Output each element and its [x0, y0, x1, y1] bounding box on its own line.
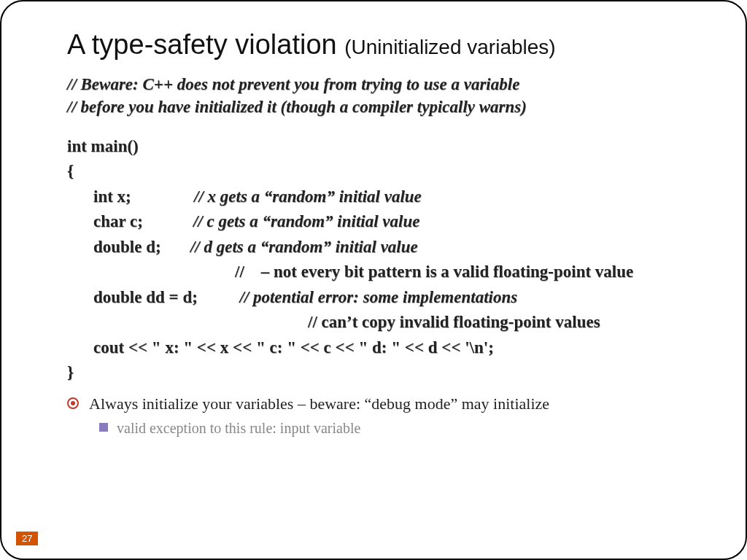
intro-comments: // Beware: C++ does not prevent you from… — [67, 73, 702, 118]
title-sub: (Uninitialized variables) — [344, 36, 555, 58]
code-comment: // – not every bit pattern is a valid fl… — [67, 260, 702, 285]
bullet-text: Always initialize your variables – bewar… — [89, 393, 549, 416]
comment-line: // Beware: C++ does not prevent you from… — [67, 73, 702, 96]
code-line: double dd = d; // potential error: some … — [67, 285, 702, 311]
page-number: 27 — [16, 532, 38, 545]
bullet-list: Always initialize your variables – bewar… — [67, 393, 702, 439]
comment-line: // before you have initialized it (thoug… — [67, 96, 702, 118]
bullet-level2: valid exception to this rule: input vari… — [99, 418, 702, 438]
code-line: int x; // x gets a “random” initial valu… — [67, 184, 702, 210]
code-comment: // can’t copy invalid floating-point val… — [67, 310, 702, 335]
code-line: double d; // d gets a “random” initial v… — [67, 235, 702, 260]
slide-title: A type-safety violation (Uninitialized v… — [67, 28, 702, 63]
slide: A type-safety violation (Uninitialized v… — [0, 0, 747, 560]
code-line: } — [67, 360, 702, 386]
bullet-text: valid exception to this rule: input vari… — [117, 418, 360, 438]
code-block: int main() { int x; // x gets a “random”… — [67, 134, 702, 386]
target-icon — [67, 397, 79, 409]
code-line: char c; // c gets a “random” initial val… — [67, 209, 702, 235]
bullet-level1: Always initialize your variables – bewar… — [67, 393, 702, 416]
title-main: A type-safety violation — [67, 29, 344, 60]
square-icon — [99, 423, 108, 432]
code-line: { — [67, 159, 702, 184]
code-line: int main() — [67, 134, 702, 160]
code-line: cout << " x: " << x << " c: " << c << " … — [67, 335, 702, 361]
